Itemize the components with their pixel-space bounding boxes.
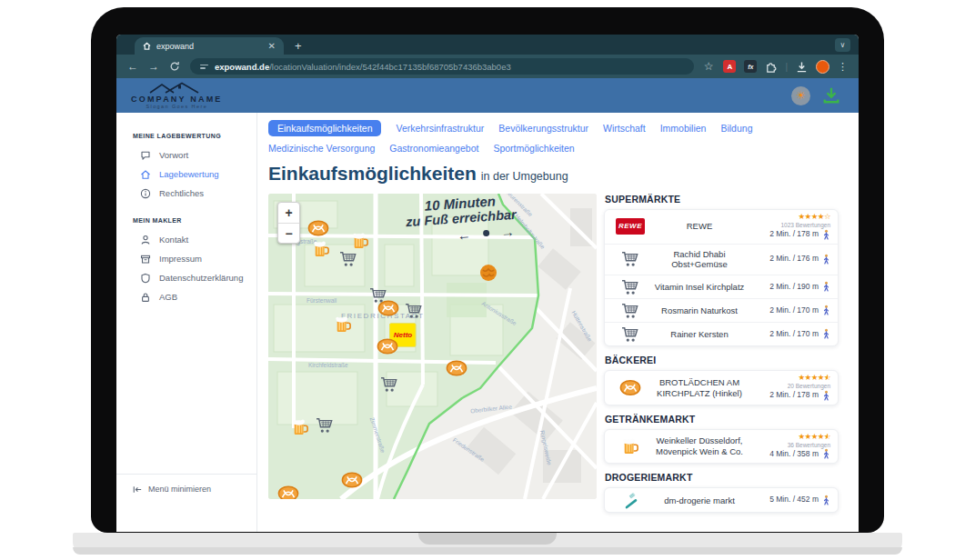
place-row-weinkeller-d-sseldorf-m-venpick-wein-co[interactable]: Weinkeller Düsseldorf, Mövenpick Wein & …: [605, 430, 838, 464]
place-name: REWE: [648, 219, 750, 234]
tab-medizinische-versorgung[interactable]: Medizinische Versorgung: [268, 143, 375, 154]
place-row-rachid-dhabi-obst-gem-se[interactable]: Rachid Dhabi Obst+Gemüse2 Min. / 176 m: [605, 244, 838, 275]
results-panel: SUPERMÄRKTEREWEREWE★★★★☆1023 Bewertungen…: [604, 194, 839, 521]
place-row-rainer-kersten[interactable]: Rainer Kersten2 Min. / 170 m: [605, 322, 838, 345]
center-dot-icon: [482, 230, 488, 236]
places-card: BROTLÄDCHEN AM KIRCHPLATZ (Hinkel)★★★★☆★…: [604, 370, 839, 405]
tab-wirtschaft[interactable]: Wirtschaft: [603, 123, 646, 134]
info-icon: [140, 188, 151, 199]
map-marker-cookie[interactable]: [478, 264, 498, 282]
place-row-brotl-dchen-am-kirchplatz-hinkel[interactable]: BROTLÄDCHEN AM KIRCHPLATZ (Hinkel)★★★★☆★…: [605, 371, 838, 405]
browser-window: expowand ✕ + ∨ ← → expowand.de/locationV…: [116, 35, 859, 532]
forward-button[interactable]: →: [148, 61, 159, 72]
map-marker-pretzel[interactable]: [307, 220, 329, 237]
sidebar-item-datenschutzerkl-rung[interactable]: Datenschutzerklärung: [116, 268, 256, 287]
sidebar-item-rechtliches[interactable]: Rechtliches: [116, 184, 256, 203]
section-title-drogeriemarkt: DROGERIEMARKT: [605, 472, 839, 483]
tab-einkaufsm-glichkeiten[interactable]: Einkaufsmöglichkeiten: [268, 120, 381, 136]
place-meta: ★★★★☆★20 Bewertungen2 Min. / 178 m: [750, 374, 830, 402]
sidebar-item-label: Vorwort: [159, 150, 188, 160]
tab-bildung[interactable]: Bildung: [720, 123, 752, 134]
map-marker-pretzel[interactable]: [377, 338, 398, 355]
collapse-arrow-icon: [133, 485, 142, 494]
sidebar-item-agb[interactable]: AGB: [116, 287, 256, 306]
url-bar[interactable]: expowand.de/locationValuation/index/542f…: [190, 58, 694, 75]
profile-avatar[interactable]: [816, 60, 829, 74]
extensions-puzzle-icon[interactable]: [765, 61, 777, 73]
map-marker-cart[interactable]: [405, 303, 423, 319]
downloads-icon[interactable]: [796, 61, 808, 73]
zoom-out-button[interactable]: −: [278, 223, 299, 243]
tab-verkehrsinfrastruktur[interactable]: Verkehrsinfrastruktur: [396, 123, 484, 134]
report-download-button[interactable]: [822, 86, 840, 105]
map-zoom-control: + −: [277, 202, 300, 244]
sidebar-item-label: Datenschutzerklärung: [159, 273, 243, 283]
review-count: 36 Bewertungen: [750, 442, 830, 449]
street-label-f-rstenwall: Fürstenwall: [307, 297, 337, 304]
map-marker-pretzel[interactable]: [446, 360, 467, 377]
close-tab-icon[interactable]: ✕: [268, 42, 276, 51]
sidebar-item-lagebewertung[interactable]: Lagebewertung: [116, 165, 256, 184]
places-card: dm-drogerie markt5 Min. / 452 m: [604, 487, 839, 513]
tab-search-button[interactable]: ∨: [835, 38, 850, 52]
map-marker-beer[interactable]: [313, 240, 329, 258]
tab-sportm-glichkeiten[interactable]: Sportmöglichkeiten: [493, 143, 574, 154]
place-row-rewe[interactable]: REWEREWE★★★★☆1023 Bewertungen2 Min. / 17…: [605, 210, 838, 244]
place-row-rosmarin-naturkost[interactable]: Rosmarin Naturkost2 Min. / 170 m: [605, 298, 838, 322]
sidebar-item-vorwort[interactable]: Vorwort: [116, 145, 256, 165]
place-row-vitamin-insel-kirchplatz[interactable]: Vitamin Insel Kirchplatz2 Min. / 190 m: [605, 275, 838, 298]
tab-gastronomieangebot[interactable]: Gastronomieangebot: [389, 143, 478, 154]
review-count: 20 Bewertungen: [750, 383, 830, 390]
sidebar-item-kontakt[interactable]: Kontakt: [116, 230, 256, 249]
site-settings-icon[interactable]: [200, 65, 208, 69]
place-name: Vitamin Insel Kirchplatz: [648, 280, 750, 295]
place-name: Rachid Dhabi Obst+Gemüse: [648, 247, 750, 273]
fx-extension-icon[interactable]: fx: [744, 60, 757, 73]
walking-person-icon: [822, 305, 830, 316]
walking-distance: 2 Min. / 190 m: [750, 281, 830, 293]
company-logo: COMPANY NAME Slogan Goes Here: [131, 82, 223, 109]
zoom-in-button[interactable]: +: [278, 203, 299, 223]
bookmark-star-icon[interactable]: ☆: [704, 61, 714, 72]
pdf-extension-icon[interactable]: A: [723, 60, 736, 73]
map-marker-beer[interactable]: [352, 232, 368, 250]
place-row-dm-drogerie-markt[interactable]: dm-drogerie markt5 Min. / 452 m: [605, 488, 838, 512]
theme-toggle-button[interactable]: ☀: [791, 86, 810, 105]
reload-button[interactable]: [169, 61, 180, 72]
map-marker-pretzel[interactable]: [341, 472, 363, 489]
walking-person-icon: [822, 229, 830, 241]
browser-tab[interactable]: expowand ✕: [135, 37, 284, 55]
map-marker-cart[interactable]: [339, 251, 357, 267]
place-name: Rosmarin Naturkost: [648, 304, 750, 318]
browser-menu-icon[interactable]: ⋮: [838, 61, 848, 73]
new-tab-button[interactable]: +: [295, 40, 302, 52]
map-marker-pretzel[interactable]: [377, 300, 399, 317]
cart-icon: [612, 279, 648, 295]
map-marker-pretzel[interactable]: [277, 485, 299, 500]
places-card: REWEREWE★★★★☆1023 Bewertungen2 Min. / 17…: [604, 209, 839, 346]
laptop-base: [73, 533, 902, 555]
walking-distance: 2 Min. / 170 m: [750, 328, 830, 340]
place-meta: 2 Min. / 170 m: [750, 328, 830, 340]
map-marker-beer[interactable]: [292, 418, 308, 436]
sidebar-item-impressum[interactable]: Impressum: [116, 249, 256, 268]
browser-toolbar: ← → expowand.de/locationValuation/index/…: [116, 55, 859, 78]
section-title-getr-nkemarkt: GETRÄNKEMARKT: [605, 414, 839, 425]
rewe-logo: REWE: [612, 218, 648, 235]
rooftops-icon: [148, 82, 205, 94]
toothbrush-icon: [612, 492, 648, 509]
tab-bev-lkerungsstruktur[interactable]: Bevölkerungsstruktur: [498, 123, 588, 134]
place-meta: ★★★★☆1023 Bewertungen2 Min. / 178 m: [750, 213, 830, 241]
map-marker-beer[interactable]: [335, 315, 351, 334]
walking-distance: 2 Min. / 178 m: [750, 390, 830, 402]
map[interactable]: + − 10 Minuten zu Fuß erreichbar ← →: [268, 194, 597, 499]
tab-immobilien[interactable]: Immobilien: [660, 123, 707, 134]
place-meta: 2 Min. / 170 m: [750, 305, 830, 316]
map-marker-cart[interactable]: [316, 417, 334, 434]
star-rating: ★★★★☆★: [750, 374, 830, 383]
map-marker-cart[interactable]: [380, 376, 398, 393]
cart-icon: [612, 303, 648, 319]
back-button[interactable]: ←: [127, 61, 138, 72]
sidebar-collapse-button[interactable]: Menü minimieren: [116, 474, 256, 494]
street-label-kirchfeldstra-e: Kirchfeldstraße: [308, 362, 348, 368]
